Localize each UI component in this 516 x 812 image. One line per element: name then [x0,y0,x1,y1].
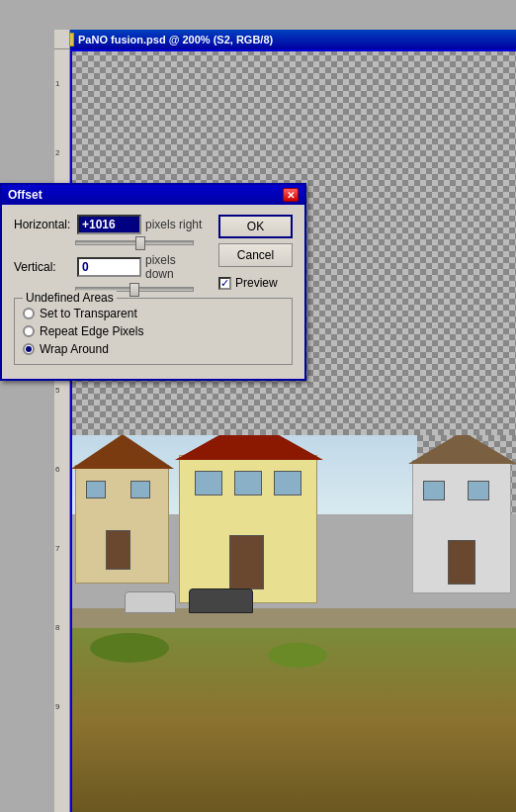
repeat-radio-row: Repeat Edge Pixels [23,324,284,338]
preview-checkbox[interactable]: ✓ [218,277,231,290]
dialog-close-button[interactable]: ✕ [283,188,299,202]
canvas-left-border [70,49,72,812]
ok-button[interactable]: OK [218,215,293,238]
offset-dialog: Offset ✕ Horizontal: pixels right [0,183,306,381]
window-1 [86,481,106,498]
dialog-title: Offset [8,188,43,202]
v-tick-9: 9 [55,702,59,711]
preview-row: ✓ Preview [218,276,293,290]
horizontal-label: Horizontal: [14,218,73,231]
cancel-button[interactable]: Cancel [218,243,293,267]
vertical-label: Vertical: [14,260,73,274]
vertical-input[interactable] [77,257,141,277]
ps-window-title: PaNO fusion.psd @ 200% (S2, RGB/8) [78,34,273,45]
transparent-radio[interactable] [23,308,35,319]
wrap-radio[interactable] [23,343,35,355]
dialog-buttons: OK Cancel ✓ Preview [218,215,293,298]
horizontal-slider-row [75,240,204,245]
roof-left [71,435,174,469]
window-c3 [274,471,301,496]
v-tick-6: 6 [55,465,59,474]
window-2 [130,481,150,498]
ps-titlebar: P PaNO fusion.psd @ 200% (S2, RGB/8) [54,30,516,49]
vertical-unit: pixels down [145,253,204,281]
building-right [412,460,511,593]
door-c [229,535,264,589]
preview-label: Preview [235,276,278,290]
v-tick-8: 8 [55,623,59,632]
window-r2 [468,481,489,500]
door-1 [106,530,130,570]
horizontal-unit: pixels right [145,218,202,231]
vertical-ruler: 1 2 3 4 5 6 7 8 9 [54,49,70,812]
undefined-areas-group: Undefined Areas Set to Transparent Repea… [14,298,293,365]
window-c1 [195,471,222,496]
v-tick-7: 7 [55,544,59,553]
transparent-radio-row: Set to Transparent [23,307,284,320]
roof-center [175,435,323,460]
bush-1 [90,633,169,663]
horizontal-input[interactable] [77,215,141,234]
v-tick-5: 5 [55,386,59,395]
transparent-label: Set to Transparent [40,307,137,320]
repeat-radio[interactable] [23,325,35,337]
horizontal-row: Horizontal: pixels right [14,215,204,234]
vertical-thumb[interactable] [129,283,139,297]
bush-2 [268,643,327,668]
horizontal-slider[interactable] [75,240,194,245]
window-c2 [234,471,262,496]
car-white [125,591,176,613]
v-tick-1: 1 [55,79,59,88]
building-left [75,465,169,584]
photo-canvas-area [70,435,516,812]
canvas-top-border [70,49,516,51]
door-r [448,540,475,585]
wrap-radio-row: Wrap Around [23,342,284,356]
roof-right [408,435,516,464]
v-tick-2: 2 [55,148,59,157]
dialog-body: Horizontal: pixels right Vertical: pixel… [14,215,293,365]
undefined-areas-label: Undefined Areas [23,291,117,305]
ruler-corner [54,30,70,49]
dialog-titlebar: Offset ✕ [2,185,304,205]
wrap-radio-dot [26,346,32,352]
building-center [179,455,317,603]
horizontal-thumb[interactable] [135,236,145,250]
wrap-label: Wrap Around [40,342,109,356]
repeat-label: Repeat Edge Pixels [40,324,143,338]
window-r1 [423,481,445,500]
dialog-content: Horizontal: pixels right Vertical: pixel… [2,205,304,379]
vertical-row: Vertical: pixels down [14,253,204,281]
car-dark [189,588,253,613]
